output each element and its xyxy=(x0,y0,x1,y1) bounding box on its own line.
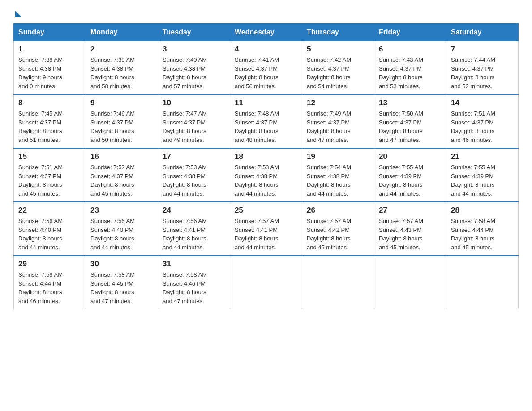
sunset-text: Sunset: 4:37 PM xyxy=(379,118,442,127)
daylight-minutes-text: and 44 minutes. xyxy=(90,243,153,252)
day-number: 26 xyxy=(307,206,369,215)
day-number: 15 xyxy=(18,152,81,161)
daylight-text: Daylight: 8 hours xyxy=(451,127,514,136)
sunrise-text: Sunrise: 7:43 AM xyxy=(379,56,442,64)
sunrise-text: Sunrise: 7:50 AM xyxy=(379,109,442,118)
week-row-2: 8Sunrise: 7:45 AMSunset: 4:37 PMDaylight… xyxy=(14,94,519,148)
sunrise-text: Sunrise: 7:49 AM xyxy=(307,109,369,118)
sunrise-text: Sunrise: 7:45 AM xyxy=(18,109,81,118)
weekday-header-row: SundayMondayTuesdayWednesdayThursdayFrid… xyxy=(14,24,519,41)
daylight-minutes-text: and 56 minutes. xyxy=(235,82,297,91)
sunset-text: Sunset: 4:46 PM xyxy=(163,279,225,288)
weekday-header-monday: Monday xyxy=(86,24,158,41)
day-info: Sunrise: 7:58 AMSunset: 4:44 PMDaylight:… xyxy=(18,270,81,305)
day-cell-2: 2Sunrise: 7:39 AMSunset: 4:38 PMDaylight… xyxy=(86,41,158,95)
weekday-header-saturday: Saturday xyxy=(446,24,519,41)
daylight-minutes-text: and 44 minutes. xyxy=(18,243,81,252)
day-cell-9: 9Sunrise: 7:46 AMSunset: 4:37 PMDaylight… xyxy=(86,94,158,148)
sunrise-text: Sunrise: 7:58 AM xyxy=(90,270,153,279)
sunrise-text: Sunrise: 7:56 AM xyxy=(163,217,225,226)
day-number: 28 xyxy=(451,206,514,215)
daylight-minutes-text: and 45 minutes. xyxy=(90,189,153,198)
day-cell-30: 30Sunrise: 7:58 AMSunset: 4:45 PMDayligh… xyxy=(86,256,158,309)
day-info: Sunrise: 7:55 AMSunset: 4:39 PMDaylight:… xyxy=(379,163,442,198)
week-row-1: 1Sunrise: 7:38 AMSunset: 4:38 PMDaylight… xyxy=(14,41,519,95)
day-cell-20: 20Sunrise: 7:55 AMSunset: 4:39 PMDayligh… xyxy=(374,148,446,202)
daylight-minutes-text: and 46 minutes. xyxy=(451,136,514,145)
day-number: 20 xyxy=(379,152,442,161)
daylight-minutes-text: and 54 minutes. xyxy=(307,82,369,91)
sunset-text: Sunset: 4:37 PM xyxy=(451,118,514,127)
day-number: 13 xyxy=(379,98,442,107)
day-number: 27 xyxy=(379,206,442,215)
daylight-text: Daylight: 8 hours xyxy=(379,73,442,82)
day-cell-22: 22Sunrise: 7:56 AMSunset: 4:40 PMDayligh… xyxy=(14,202,86,256)
daylight-minutes-text: and 58 minutes. xyxy=(90,82,153,91)
sunset-text: Sunset: 4:40 PM xyxy=(90,226,153,235)
sunrise-text: Sunrise: 7:56 AM xyxy=(90,217,153,226)
day-cell-23: 23Sunrise: 7:56 AMSunset: 4:40 PMDayligh… xyxy=(86,202,158,256)
sunset-text: Sunset: 4:39 PM xyxy=(379,172,442,181)
sunrise-text: Sunrise: 7:56 AM xyxy=(18,217,81,226)
day-info: Sunrise: 7:38 AMSunset: 4:38 PMDaylight:… xyxy=(18,56,81,90)
sunrise-text: Sunrise: 7:41 AM xyxy=(235,56,297,64)
daylight-text: Daylight: 8 hours xyxy=(451,73,514,82)
weekday-header-tuesday: Tuesday xyxy=(158,24,230,41)
day-info: Sunrise: 7:42 AMSunset: 4:37 PMDaylight:… xyxy=(307,56,369,90)
day-cell-12: 12Sunrise: 7:49 AMSunset: 4:37 PMDayligh… xyxy=(302,94,374,148)
day-info: Sunrise: 7:56 AMSunset: 4:40 PMDaylight:… xyxy=(90,217,153,252)
day-number: 14 xyxy=(451,98,514,107)
day-number: 19 xyxy=(307,152,369,161)
sunset-text: Sunset: 4:37 PM xyxy=(235,64,297,73)
sunrise-text: Sunrise: 7:44 AM xyxy=(451,56,514,64)
daylight-minutes-text: and 44 minutes. xyxy=(307,189,369,198)
sunset-text: Sunset: 4:42 PM xyxy=(307,226,369,235)
sunrise-text: Sunrise: 7:52 AM xyxy=(90,163,153,172)
sunset-text: Sunset: 4:38 PM xyxy=(307,172,369,181)
daylight-minutes-text: and 44 minutes. xyxy=(235,189,297,198)
day-cell-21: 21Sunrise: 7:55 AMSunset: 4:39 PMDayligh… xyxy=(446,148,519,202)
daylight-minutes-text: and 47 minutes. xyxy=(90,297,153,306)
day-info: Sunrise: 7:56 AMSunset: 4:40 PMDaylight:… xyxy=(18,217,81,252)
sunrise-text: Sunrise: 7:58 AM xyxy=(163,270,225,279)
sunset-text: Sunset: 4:37 PM xyxy=(451,64,514,73)
day-number: 25 xyxy=(235,206,297,215)
sunset-text: Sunset: 4:39 PM xyxy=(451,172,514,181)
daylight-text: Daylight: 8 hours xyxy=(379,127,442,136)
sunset-text: Sunset: 4:37 PM xyxy=(307,118,369,127)
daylight-minutes-text: and 44 minutes. xyxy=(163,189,225,198)
day-cell-1: 1Sunrise: 7:38 AMSunset: 4:38 PMDaylight… xyxy=(14,41,86,95)
daylight-minutes-text: and 44 minutes. xyxy=(451,189,514,198)
daylight-text: Daylight: 8 hours xyxy=(163,73,225,82)
empty-cell xyxy=(302,256,374,309)
sunrise-text: Sunrise: 7:39 AM xyxy=(90,56,153,64)
calendar-table: SundayMondayTuesdayWednesdayThursdayFrid… xyxy=(13,23,519,309)
week-row-5: 29Sunrise: 7:58 AMSunset: 4:44 PMDayligh… xyxy=(14,256,519,309)
daylight-text: Daylight: 9 hours xyxy=(18,73,81,82)
day-cell-18: 18Sunrise: 7:53 AMSunset: 4:38 PMDayligh… xyxy=(230,148,302,202)
sunset-text: Sunset: 4:38 PM xyxy=(90,64,153,73)
day-number: 17 xyxy=(163,152,225,161)
day-info: Sunrise: 7:53 AMSunset: 4:38 PMDaylight:… xyxy=(235,163,297,198)
day-cell-11: 11Sunrise: 7:48 AMSunset: 4:37 PMDayligh… xyxy=(230,94,302,148)
sunset-text: Sunset: 4:37 PM xyxy=(90,118,153,127)
sunrise-text: Sunrise: 7:54 AM xyxy=(307,163,369,172)
daylight-minutes-text: and 47 minutes. xyxy=(379,136,442,145)
daylight-minutes-text: and 49 minutes. xyxy=(163,136,225,145)
sunset-text: Sunset: 4:37 PM xyxy=(163,118,225,127)
daylight-text: Daylight: 8 hours xyxy=(90,180,153,189)
sunset-text: Sunset: 4:37 PM xyxy=(18,118,81,127)
day-cell-29: 29Sunrise: 7:58 AMSunset: 4:44 PMDayligh… xyxy=(14,256,86,309)
sunrise-text: Sunrise: 7:57 AM xyxy=(307,217,369,226)
sunrise-text: Sunrise: 7:53 AM xyxy=(163,163,225,172)
day-info: Sunrise: 7:58 AMSunset: 4:44 PMDaylight:… xyxy=(451,217,514,252)
day-cell-6: 6Sunrise: 7:43 AMSunset: 4:37 PMDaylight… xyxy=(374,41,446,95)
sunrise-text: Sunrise: 7:46 AM xyxy=(90,109,153,118)
sunrise-text: Sunrise: 7:55 AM xyxy=(451,163,514,172)
day-number: 24 xyxy=(163,206,225,215)
daylight-text: Daylight: 8 hours xyxy=(163,234,225,243)
empty-cell xyxy=(374,256,446,309)
sunrise-text: Sunrise: 7:53 AM xyxy=(235,163,297,172)
daylight-minutes-text: and 45 minutes. xyxy=(18,189,81,198)
daylight-text: Daylight: 8 hours xyxy=(18,180,81,189)
